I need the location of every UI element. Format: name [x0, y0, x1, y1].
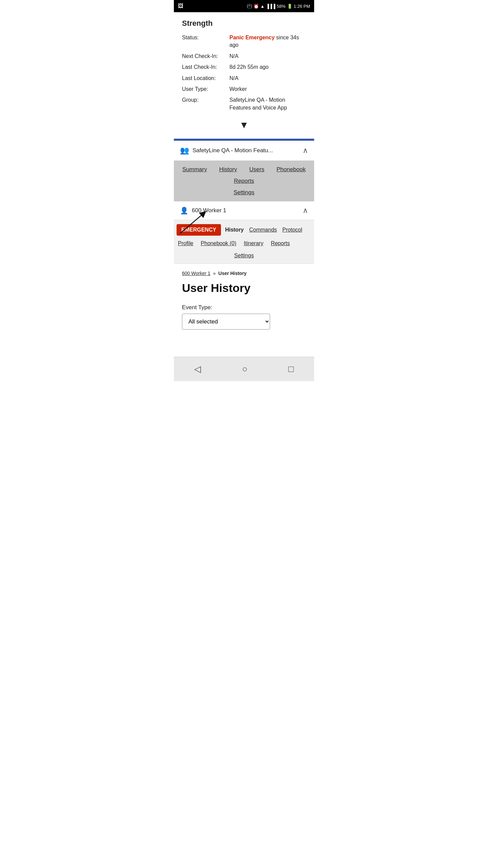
worker-tabs-row3: Settings [177, 251, 311, 261]
status-bar: 🖼 📳 ⏰ ▲ ▐▐▐ 58% 🔋 1:26 PM [174, 0, 314, 12]
status-bar-left: 🖼 [178, 3, 183, 9]
screenshot-icon: 🖼 [178, 3, 183, 9]
status-bar-right: 📳 ⏰ ▲ ▐▐▐ 58% 🔋 1:26 PM [247, 4, 310, 9]
user-type-row: User Type: Worker [182, 85, 306, 93]
battery-percent: 58% [277, 4, 286, 9]
tab-phonebook[interactable]: Phonebook [274, 165, 308, 174]
bottom-nav: ◁ ○ □ [174, 357, 314, 381]
collapse-chevron[interactable]: ▼ [182, 120, 306, 131]
breadcrumb-current: User History [218, 271, 246, 276]
status-row: Status: Panic Emergency since 34s ago [182, 34, 306, 49]
breadcrumb: 600 Worker 1 » User History [182, 271, 306, 276]
group-value: SafetyLine QA - Motion Features and Voic… [229, 96, 306, 112]
group-nav-tabs: Summary History Users Phonebook Reports … [174, 161, 314, 201]
group-label: Group: [182, 96, 229, 112]
page-title: User History [182, 281, 306, 295]
user-type-label: User Type: [182, 85, 229, 93]
tab-commands[interactable]: Commands [248, 225, 278, 235]
emergency-button[interactable]: EMERGENCY [177, 224, 221, 236]
group-icon: 👥 [180, 146, 189, 155]
tab-reports[interactable]: Reports [232, 176, 256, 186]
next-checkin-row: Next Check-In: N/A [182, 53, 306, 60]
last-checkin-value: 8d 22h 55m ago [229, 63, 306, 71]
group-chevron-up[interactable]: ∧ [303, 146, 308, 155]
group-row: Group: SafetyLine QA - Motion Features a… [182, 96, 306, 112]
next-checkin-label: Next Check-In: [182, 53, 229, 60]
status-value: Panic Emergency since 34s ago [229, 34, 306, 49]
group-header[interactable]: 👥 SafetyLine QA - Motion Featu... ∧ [174, 141, 314, 161]
signal-icon: ▐▐▐ [266, 4, 276, 9]
breadcrumb-link[interactable]: 600 Worker 1 [182, 271, 210, 276]
group-header-left: 👥 SafetyLine QA - Motion Featu... [180, 146, 273, 155]
tab-settings-worker[interactable]: Settings [233, 251, 255, 261]
tab-history[interactable]: History [217, 165, 239, 174]
breadcrumb-separator: » [213, 271, 216, 276]
worker-tabs-row2: Profile Phonebook (0) Itinerary Reports [177, 238, 311, 249]
next-checkin-value: N/A [229, 53, 306, 60]
tab-worker-history[interactable]: History [224, 225, 245, 235]
last-location-value: N/A [229, 75, 306, 82]
event-type-form-group: Event Type: All selected Emergency Check… [182, 304, 306, 330]
worker-chevron-up[interactable]: ∧ [303, 206, 308, 215]
worker-nav-tabs: EMERGENCY History Commands Protocol Prof… [174, 220, 314, 264]
event-type-label: Event Type: [182, 304, 306, 311]
back-button[interactable]: ◁ [189, 362, 206, 376]
home-button[interactable]: ○ [237, 362, 253, 376]
worker-icon: 👤 [180, 206, 188, 215]
tab-profile[interactable]: Profile [177, 238, 195, 249]
tab-users[interactable]: Users [247, 165, 266, 174]
group-tabs-row2: Settings [177, 188, 311, 197]
group-tabs-row1: Summary History Users Phonebook Reports [177, 165, 311, 186]
worker-header[interactable]: 👤 600 Worker 1 ∧ [174, 201, 314, 220]
worker-header-left: 👤 600 Worker 1 [180, 206, 226, 215]
last-checkin-label: Last Check-In: [182, 63, 229, 71]
vibrate-icon: 📳 [247, 4, 252, 9]
user-type-value: Worker [229, 85, 306, 93]
tab-reports-worker[interactable]: Reports [269, 238, 291, 249]
last-location-label: Last Location: [182, 75, 229, 82]
main-content: 600 Worker 1 » User History User History… [174, 264, 314, 357]
last-checkin-row: Last Check-In: 8d 22h 55m ago [182, 63, 306, 71]
battery-icon: 🔋 [287, 4, 292, 9]
recent-apps-button[interactable]: □ [283, 362, 299, 376]
tab-itinerary[interactable]: Itinerary [242, 238, 265, 249]
tab-protocol[interactable]: Protocol [281, 225, 304, 235]
wifi-icon: ▲ [260, 4, 265, 9]
worker-name: 600 Worker 1 [192, 207, 226, 214]
tab-phonebook-worker[interactable]: Phonebook (0) [199, 238, 238, 249]
alarm-icon: ⏰ [253, 4, 259, 9]
event-type-select[interactable]: All selected Emergency Check-In Location [182, 314, 270, 330]
status-label: Status: [182, 34, 229, 49]
content-spacer [182, 336, 306, 350]
last-location-row: Last Location: N/A [182, 75, 306, 82]
group-name: SafetyLine QA - Motion Featu... [192, 147, 273, 154]
tab-settings[interactable]: Settings [231, 188, 256, 197]
worker-tabs-row1: EMERGENCY History Commands Protocol [177, 224, 311, 236]
info-card: Strength Status: Panic Emergency since 3… [174, 12, 314, 139]
tab-summary[interactable]: Summary [180, 165, 209, 174]
time-display: 1:26 PM [294, 4, 310, 9]
section-title: Strength [182, 19, 306, 28]
emergency-status: Panic Emergency [229, 35, 274, 40]
